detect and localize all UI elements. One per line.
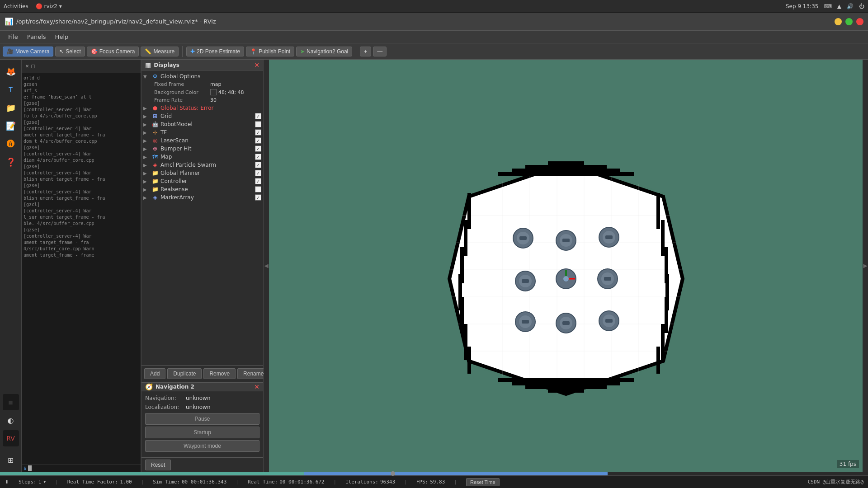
focus-camera-button[interactable]: 🎯 Focus Camera	[87, 47, 139, 56]
svg-rect-20	[661, 220, 665, 256]
expand-icon: ▶	[143, 122, 150, 127]
remove-button[interactable]: Remove	[203, 368, 236, 379]
realsense-checkbox[interactable]	[255, 186, 261, 192]
maximize-button[interactable]	[845, 18, 853, 25]
marker-array-row[interactable]: ▶ ◈ MarkerArray	[142, 193, 263, 202]
nav2-content: Navigation: unknown Localization: unknow…	[142, 391, 263, 457]
add-button[interactable]: Add	[144, 368, 165, 379]
marker-checkbox[interactable]	[255, 194, 261, 201]
displays-close-button[interactable]: ✕	[254, 61, 259, 69]
terminal-close-icon[interactable]: ✕	[25, 64, 29, 69]
close-button[interactable]	[856, 18, 863, 25]
expand-icon: ▶	[143, 106, 150, 111]
apps-grid-icon[interactable]: ⊞	[3, 452, 19, 468]
svg-rect-39	[519, 236, 527, 240]
bg-color-val[interactable]: 48; 48; 48	[210, 89, 244, 95]
startup-button[interactable]: Startup	[145, 427, 259, 438]
robot-model-row[interactable]: ▶ 🤖 RobotModel	[142, 120, 263, 128]
robot-model-checkbox[interactable]	[255, 121, 261, 127]
nav2-goal-button[interactable]: ➤ Navigation2 Goal	[296, 47, 352, 56]
global-options-row[interactable]: ▼ ⚙ Global Options	[142, 72, 263, 80]
grid-checkbox[interactable]	[255, 113, 261, 119]
expand-icon: ▶	[143, 146, 150, 151]
realsense-row[interactable]: ▶ 📁 Realsense	[142, 185, 263, 193]
localization-key: Localization:	[145, 404, 186, 410]
laser-scan-label: LaserScan	[160, 137, 253, 144]
global-planner-row[interactable]: ▶ 📁 Global Planner	[142, 169, 263, 177]
svg-rect-28	[525, 385, 607, 389]
bumper-hit-label: Bumper Hit	[160, 145, 253, 152]
laser-checkbox[interactable]	[255, 137, 261, 144]
menu-file[interactable]: File	[4, 33, 23, 41]
terminal-max-icon[interactable]: □	[31, 64, 35, 69]
svg-rect-27	[512, 382, 620, 385]
pause-button[interactable]: ⏸	[5, 479, 9, 485]
pause-button[interactable]: Pause	[145, 413, 259, 425]
realtime-factor-item: Real Time Factor: 1.00	[67, 479, 132, 485]
robot-model-label: RobotModel	[160, 121, 253, 127]
measure-button[interactable]: 📏 Measure	[141, 47, 179, 56]
displays-panel: ▦ Displays ✕ ▼ ⚙ Global Options Fixed Fr…	[142, 60, 263, 383]
nav2-close-button[interactable]: ✕	[254, 383, 259, 390]
terminal2-icon[interactable]: ■	[3, 394, 19, 410]
files-icon[interactable]: 📁	[3, 99, 19, 116]
pose-estimate-button[interactable]: ✚ 2D Pose Estimate	[186, 47, 244, 56]
svg-rect-29	[548, 389, 584, 393]
menu-panels[interactable]: Panels	[23, 33, 51, 41]
publish-point-button[interactable]: 📍 Publish Point	[246, 47, 294, 56]
map-checkbox[interactable]	[255, 154, 261, 160]
zoom-out-button[interactable]: —	[373, 47, 387, 56]
terminal-line: urf_s	[24, 88, 139, 94]
terminal-icon[interactable]: T	[3, 81, 19, 98]
help-icon[interactable]: ❓	[3, 154, 19, 170]
steps-stepper[interactable]: Steps: 1 ▾	[19, 479, 46, 485]
amcl-checkbox[interactable]	[255, 162, 261, 168]
firefox-icon[interactable]: 🦊	[3, 63, 19, 80]
tf-row[interactable]: ▶ ⊹ TF	[142, 128, 263, 136]
planner-checkbox[interactable]	[255, 170, 261, 176]
software-icon[interactable]: 🅐	[3, 136, 19, 152]
layer-icon[interactable]: ◐	[3, 412, 19, 428]
activities-btn[interactable]: Activities	[4, 3, 28, 9]
menu-help[interactable]: Help	[51, 33, 73, 41]
select-button[interactable]: ↖ Select	[55, 47, 85, 56]
power-icon[interactable]: ⏻	[859, 3, 864, 9]
right-collapse-handle[interactable]: ▶	[863, 60, 868, 472]
controller-row[interactable]: ▶ 📁 Controller	[142, 177, 263, 185]
svg-rect-23	[665, 297, 668, 333]
tf-checkbox[interactable]	[255, 129, 261, 136]
3d-viewport[interactable]: 31 fps	[269, 60, 863, 472]
global-status-row[interactable]: ▶ ● Global Status: Error	[142, 104, 263, 112]
rviz-icon2[interactable]: RV	[3, 430, 19, 446]
duplicate-button[interactable]: Duplicate	[167, 368, 202, 379]
nav2-panel: 🧭 Navigation 2 ✕ Navigation: unknown Loc…	[142, 383, 263, 457]
rviz-icon: 📊	[5, 17, 14, 26]
expand-icon: ▶	[143, 195, 150, 200]
amcl-row[interactable]: ▶ ◈ Amcl Particle Swarm	[142, 161, 263, 169]
displays-panel-title: Displays	[154, 62, 179, 68]
app-name[interactable]: 🔴 rviz2 ▾	[36, 3, 62, 9]
text-editor-icon[interactable]: 📝	[3, 117, 19, 134]
collapse-handle[interactable]: ◀	[264, 60, 269, 472]
move-camera-button[interactable]: 🎥 Move Camera	[3, 47, 53, 56]
toolbar-separator-2	[356, 46, 356, 57]
grid-row[interactable]: ▶ ⊞ Grid	[142, 112, 263, 120]
zoom-in-button[interactable]: +	[360, 47, 371, 56]
map-row[interactable]: ▶ 🗺 Map	[142, 153, 263, 161]
laser-scan-row[interactable]: ▶ ◎ LaserScan	[142, 136, 263, 145]
reset-button[interactable]: Reset	[145, 460, 171, 470]
terminal-line: blish ument target_frame - fra	[24, 195, 139, 202]
fixed-frame-val[interactable]: map	[210, 81, 221, 87]
bumper-hit-row[interactable]: ▶ ⊛ Bumper Hit	[142, 145, 263, 153]
fps-indicator: 31 fps	[837, 460, 859, 468]
realsense-label: Realsense	[160, 186, 253, 192]
reset-time-button[interactable]: Reset Time	[466, 478, 500, 486]
controller-checkbox[interactable]	[255, 178, 261, 184]
terminal-cursor[interactable]	[28, 465, 32, 471]
waypoint-mode-button[interactable]: Waypoint mode	[145, 440, 259, 452]
minimize-button[interactable]	[835, 18, 842, 25]
ubuntu-topbar: Activities 🔴 rviz2 ▾ Sep 9 13:35 ⌨ ▲ 🔊 ⏻	[0, 0, 868, 13]
map-label: Map	[160, 154, 253, 160]
frame-rate-val[interactable]: 30	[210, 97, 217, 103]
bumper-checkbox[interactable]	[255, 145, 261, 152]
